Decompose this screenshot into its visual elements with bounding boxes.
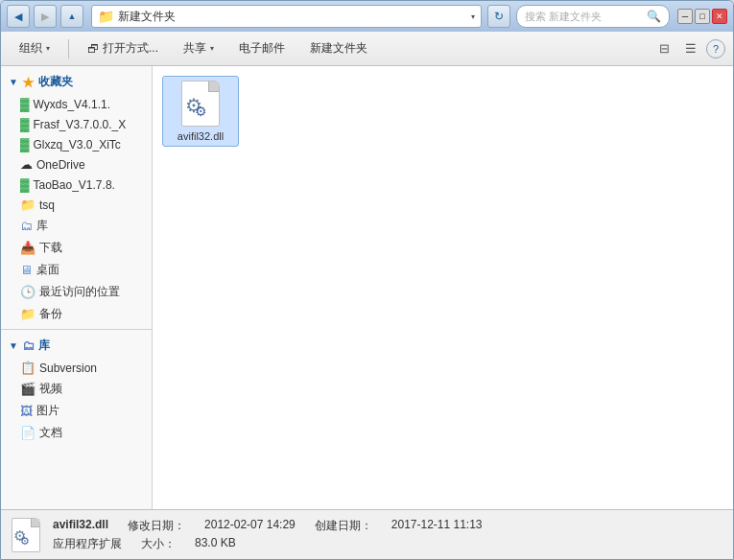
doc-icon: 📄 [20,426,36,440]
sidebar: ▼ ★ 收藏夹 ▓ Wyxds_V4.1.1. ▓ Frasf_V3.7.0.0… [1,66,153,509]
title-bar-controls: ─ □ ✕ [677,9,727,24]
up-button[interactable]: ▲ [60,5,83,28]
library-section-label: 库 [38,338,50,354]
folder-icon-glxzq: ▓ [20,137,29,152]
sidebar-label-photos: 图片 [36,403,59,419]
sidebar-label-downloads: 下载 [39,240,62,256]
file-area: ⚙ ⚙ avifil32.dll [153,66,733,509]
subversion-icon: 📋 [20,361,36,375]
title-bar: ◀ ▶ ▲ 📁 新建文件夹 ▾ ↻ 搜索 新建文件夹 🔍 ─ □ ✕ [1,1,733,32]
sidebar-item-glxzq[interactable]: ▓ Glxzq_V3.0_XiTc [1,134,152,154]
maximize-button[interactable]: □ [695,9,710,24]
sidebar-item-tsq[interactable]: 📁 tsq [1,195,152,215]
status-size-label: 大小： [141,536,176,552]
new-folder-button[interactable]: 新建文件夹 [299,35,378,62]
help-button[interactable]: ? [706,39,725,58]
search-placeholder: 搜索 新建文件夹 [525,10,643,24]
onedrive-icon: ☁ [20,157,33,172]
sidebar-label-video: 视频 [39,381,62,397]
toolbar-separator-1 [68,39,69,58]
address-bar[interactable]: 📁 新建文件夹 ▾ [91,5,482,28]
address-text: 新建文件夹 [118,9,467,25]
photo-icon: 🖼 [20,404,33,418]
open-with-button[interactable]: 🗗 打开方式... [77,35,169,62]
sidebar-item-library[interactable]: 🗂 库 [1,215,152,237]
sidebar-label-subversion: Subversion [39,362,97,375]
sidebar-item-taobao[interactable]: ▓ TaoBao_V1.7.8. [1,175,152,195]
status-bar: ⚙ ⚙ avifil32.dll 修改日期： 2012-02-07 14:29 … [1,509,733,559]
sidebar-item-recent[interactable]: 🕒 最近访问的位置 [1,281,152,303]
folder-icon-wyxds: ▓ [20,97,29,111]
share-chevron: ▾ [210,44,214,53]
file-item-avifil32[interactable]: ⚙ ⚙ avifil32.dll [162,76,239,147]
status-type: 应用程序扩展 [53,536,122,552]
sidebar-label-library: 库 [36,218,48,234]
desktop-icon: 🖥 [20,263,33,277]
gear-small-icon: ⚙ [195,104,207,119]
video-icon: 🎬 [20,382,36,396]
folder-icon-tsq: 📁 [20,198,36,212]
sidebar-item-video[interactable]: 🎬 视频 [1,378,152,400]
sidebar-label-recent: 最近访问的位置 [39,284,120,300]
library-icon: 🗂 [20,219,33,233]
minimize-button[interactable]: ─ [677,9,693,24]
share-button[interactable]: 共享 ▾ [173,35,225,62]
status-filename: avifil32.dll [53,518,108,534]
star-icon: ★ [22,75,35,90]
status-size-value: 83.0 KB [195,536,236,552]
main-content: ▼ ★ 收藏夹 ▓ Wyxds_V4.1.1. ▓ Frasf_V3.7.0.0… [1,66,733,509]
dll-file-icon: ⚙ ⚙ [178,81,224,127]
sidebar-label-tsq: tsq [39,198,55,212]
search-bar[interactable]: 搜索 新建文件夹 🔍 [516,5,670,28]
title-bar-center: 📁 新建文件夹 ▾ ↻ 搜索 新建文件夹 🔍 [91,5,670,28]
sidebar-label-documents: 文档 [39,425,62,441]
status-modified-value: 2012-02-07 14:29 [204,518,296,534]
toolbar-right: ⊟ ☰ ? [652,37,725,60]
sidebar-scroll[interactable]: ▼ ★ 收藏夹 ▓ Wyxds_V4.1.1. ▓ Frasf_V3.7.0.0… [1,70,152,505]
sidebar-item-desktop[interactable]: 🖥 桌面 [1,259,152,281]
sidebar-label-onedrive: OneDrive [36,158,85,172]
open-with-label: 🗗 [87,42,99,56]
forward-button[interactable]: ▶ [34,5,57,28]
sidebar-item-photos[interactable]: 🖼 图片 [1,400,152,422]
file-label: avifil32.dll [178,130,224,142]
sidebar-divider [1,329,152,330]
sidebar-label-desktop: 桌面 [36,262,59,278]
main-window: ◀ ▶ ▲ 📁 新建文件夹 ▾ ↻ 搜索 新建文件夹 🔍 ─ □ ✕ 组织 ▾ [0,0,734,560]
status-info: avifil32.dll 修改日期： 2012-02-07 14:29 创建日期… [53,518,483,552]
close-button[interactable]: ✕ [712,9,727,24]
status-created-value: 2017-12-11 11:13 [391,518,483,534]
refresh-button[interactable]: ↻ [487,5,510,28]
sidebar-item-wyxds[interactable]: ▓ Wyxds_V4.1.1. [1,94,152,114]
sidebar-item-frasf[interactable]: ▓ Frasf_V3.7.0.0._X [1,114,152,134]
back-button[interactable]: ◀ [7,5,30,28]
status-row-2: 应用程序扩展 大小： 83.0 KB [53,536,483,552]
sidebar-label-wyxds: Wyxds_V4.1.1. [33,98,110,111]
library-section-icon: 🗂 [22,338,35,353]
sidebar-item-backup[interactable]: 📁 备份 [1,303,152,325]
status-row-1: avifil32.dll 修改日期： 2012-02-07 14:29 创建日期… [53,518,483,534]
organize-button[interactable]: 组织 ▾ [9,35,60,62]
library-section-header[interactable]: ▼ 🗂 库 [1,334,152,358]
organize-chevron: ▾ [46,44,50,53]
sidebar-item-documents[interactable]: 📄 文档 [1,422,152,444]
favorites-arrow: ▼ [9,77,18,87]
details-view-button[interactable]: ☰ [679,37,702,60]
status-file-icon: ⚙ ⚙ [9,518,43,552]
title-bar-left: ◀ ▶ ▲ [7,5,83,28]
folder-icon-taobao: ▓ [20,177,29,192]
search-icon[interactable]: 🔍 [647,10,661,23]
status-gear-small: ⚙ [20,535,30,548]
sidebar-label-frasf: Frasf_V3.7.0.0._X [33,118,126,131]
email-button[interactable]: 电子邮件 [228,35,296,62]
status-created-label: 创建日期： [315,518,372,534]
sidebar-item-subversion[interactable]: 📋 Subversion [1,358,152,378]
recent-icon: 🕒 [20,285,36,299]
sidebar-item-onedrive[interactable]: ☁ OneDrive [1,154,152,175]
sidebar-item-downloads[interactable]: 📥 下载 [1,237,152,259]
download-icon: 📥 [20,241,36,255]
favorites-header[interactable]: ▼ ★ 收藏夹 [1,70,152,94]
address-dropdown-icon[interactable]: ▾ [471,12,475,21]
status-modified-label: 修改日期： [128,518,185,534]
view-options-button[interactable]: ⊟ [652,37,675,60]
